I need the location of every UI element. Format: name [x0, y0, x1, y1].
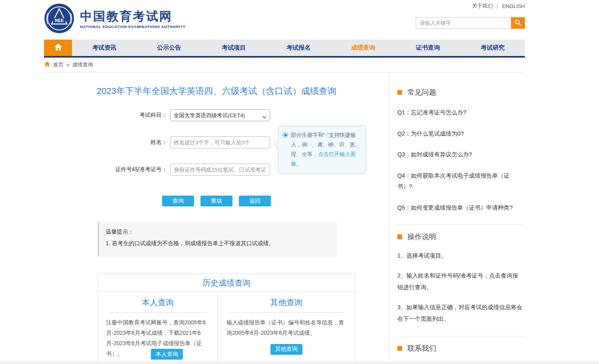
- self-query-panel: 本人查询 注册中国教育考试网账号，查询2005年6月-2023年6月考试成绩，下…: [98, 292, 217, 364]
- reset-button[interactable]: 重填: [200, 196, 232, 206]
- nav-item-exam-news[interactable]: 考试资讯: [72, 40, 137, 56]
- self-query-heading: 本人查询: [106, 297, 209, 308]
- header: NEE 中国教育考试网 NATIONAL EDUCATION EXAMINATI…: [0, 0, 599, 40]
- nav-item-score-query[interactable]: 成绩查询: [331, 40, 396, 56]
- instruction-step-2: 2、输入姓名和证件号码/准考证号，点击查询按钮进行查询。: [397, 270, 525, 293]
- main-column: 2023年下半年全国大学英语四、六级考试（含口试）成绩查询 考试科目： 全国大学…: [44, 72, 389, 364]
- id-row: 证件号码/准考证号：: [44, 164, 389, 176]
- english-link[interactable]: ENGLISH: [502, 3, 525, 9]
- subject-row: 考试科目： 全国大学英语四级考试(CET4): [44, 109, 389, 121]
- nav-home-button[interactable]: [44, 40, 72, 56]
- sidebar: 常见问题 Q1：忘记准考证号怎么办? Q2：为什么笔试成绩为0? Q3：如对成绩…: [389, 72, 525, 364]
- name-input[interactable]: [170, 136, 270, 148]
- self-query-desc: 注册中国教育考试网账号，查询2005年6月-2023年6月考试成绩，下载2021…: [106, 318, 209, 360]
- self-query-button[interactable]: 本人查询: [151, 349, 183, 360]
- breadcrumb-home-link[interactable]: 首页: [53, 61, 64, 68]
- other-query-heading: 其他查询: [226, 297, 346, 308]
- nav-item-exam-programs[interactable]: 考试项目: [201, 40, 266, 56]
- history-query-box: 历史成绩查询 本人查询 注册中国教育考试网账号，查询2005年6月-2023年6…: [98, 274, 355, 364]
- instructions-list: 1、选择考试项目。 2、输入姓名和证件号码/准考证号，点击查询按钮进行查询。 3…: [397, 250, 525, 325]
- name-label: 姓名：: [44, 139, 170, 146]
- orange-square-icon: [397, 90, 402, 95]
- query-button[interactable]: 查询: [162, 196, 194, 206]
- name-row: 姓名： 部分生僻字和“·”支持快捷输入，例: ·、龚、栁、䜣、恵、瑆、仝等，点击…: [44, 136, 389, 148]
- logo-text: 中国教育考试网 NATIONAL EDUCATION EXAMINATIONS …: [80, 10, 186, 29]
- nav-item-certificate-query[interactable]: 证书查询: [396, 40, 461, 56]
- instructions-heading-text: 操作说明: [407, 232, 436, 242]
- search-icon: [515, 19, 521, 27]
- faq-item-q5[interactable]: Q5：如何变更成绩报告单（证书）申请种类?: [397, 202, 525, 214]
- id-number-input[interactable]: [170, 164, 270, 176]
- orange-square-icon: [397, 346, 402, 351]
- content: 2023年下半年全国大学英语四、六级考试（含口试）成绩查询 考试科目： 全国大学…: [44, 72, 525, 364]
- history-columns: 本人查询 注册中国教育考试网账号，查询2005年6月-2023年6月考试成绩，下…: [98, 292, 355, 364]
- about-us-link[interactable]: 关于我们: [472, 2, 493, 10]
- warm-tips-box: 温馨提示： 1. 若考生的口试成绩为不合格，则成绩报告单上不报道其口试成绩。: [98, 222, 337, 257]
- tips-line-1: 1. 若考生的口试成绩为不合格，则成绩报告单上不报道其口试成绩。: [106, 240, 329, 247]
- other-query-panel: 其他查询 输入成绩报告单（证书）编号和姓名等信息，查询2005年6月-2023年…: [217, 292, 355, 364]
- faq-item-q1[interactable]: Q1：忘记准考证号怎么办?: [397, 107, 525, 118]
- self-query-rule: [108, 312, 207, 313]
- back-button[interactable]: 返回: [239, 196, 271, 206]
- site-title: 中国教育考试网: [80, 10, 186, 24]
- neea-emblem-icon: NEE: [44, 3, 74, 35]
- svg-text:NEE: NEE: [55, 18, 64, 23]
- tips-title: 温馨提示：: [106, 228, 329, 236]
- contact-heading-text: 联系我们: [407, 344, 436, 353]
- breadcrumb-current: 成绩查询: [72, 61, 93, 68]
- faq-item-q2[interactable]: Q2：为什么笔试成绩为0?: [397, 128, 525, 140]
- sidebar-divider-1: [397, 224, 525, 225]
- top-links: 关于我们 | ENGLISH: [472, 2, 525, 10]
- subject-label: 考试科目：: [44, 112, 170, 119]
- site-logo[interactable]: NEE 中国教育考试网 NATIONAL EDUCATION EXAMINATI…: [44, 3, 186, 35]
- score-query-form: 考试科目： 全国大学英语四级考试(CET4) 姓名：: [44, 109, 389, 206]
- breadcrumb-separator: >: [66, 62, 70, 68]
- page: NEE 中国教育考试网 NATIONAL EDUCATION EXAMINATI…: [0, 0, 599, 364]
- other-query-button[interactable]: 其他查询: [270, 344, 303, 355]
- nav-item-exam-research[interactable]: 考试研究: [460, 40, 525, 56]
- exam-subject-select[interactable]: 全国大学英语四级考试(CET4): [170, 109, 270, 121]
- instruction-step-1: 1、选择考试项目。: [397, 250, 525, 262]
- faq-item-q3[interactable]: Q3：如对成绩有异议怎么办?: [397, 149, 525, 160]
- tooltip-text: 部分生僻字和“·”支持快捷输入，例: ·、龚、栁、䜣、恵、瑆、仝等，点击打开输入…: [291, 130, 361, 169]
- site-subtitle: NATIONAL EDUCATION EXAMINATIONS AUTHORIT…: [80, 24, 186, 29]
- faq-heading-text: 常见问题: [407, 88, 436, 97]
- other-query-desc: 输入成绩报告单（证书）编号和姓名等信息，查询2005年6月-2023年6月考试成…: [226, 318, 346, 338]
- search-input[interactable]: [416, 17, 511, 29]
- contact-heading: 联系我们: [397, 344, 525, 353]
- sidebar-divider-2: [397, 336, 525, 336]
- page-title: 2023年下半年全国大学英语四、六级考试（含口试）成绩查询: [44, 85, 389, 97]
- home-icon: [54, 43, 62, 52]
- id-label: 证件号码/准考证号：: [44, 166, 170, 173]
- form-buttons: 查询 重填 返回: [44, 196, 389, 206]
- faq-heading: 常见问题: [397, 88, 525, 97]
- radio-bullet-icon: [282, 132, 288, 138]
- instruction-step-3: 3、如果输入信息正确，对应考试的成绩信息将会在下一个页面列出。: [397, 302, 525, 325]
- search-box: [416, 17, 525, 29]
- footer-strip: [0, 362, 599, 364]
- instructions-heading: 操作说明: [397, 232, 525, 242]
- top-links-divider: |: [497, 3, 498, 9]
- search-button[interactable]: [511, 17, 525, 29]
- subject-select-wrap: 全国大学英语四级考试(CET4): [170, 109, 270, 121]
- tooltip-arrow: [275, 141, 282, 148]
- orange-square-icon: [397, 234, 402, 239]
- breadcrumb: 首页 > 成绩查询: [44, 58, 525, 72]
- main-nav: 考试资讯 公示公告 考试项目 考试报名 成绩查询 证书查询 考试研究: [44, 40, 525, 58]
- history-title: 历史成绩查询: [98, 274, 355, 292]
- breadcrumb-home-icon: [44, 61, 50, 68]
- nav-item-announcements[interactable]: 公示公告: [137, 40, 202, 56]
- other-query-rule: [229, 312, 344, 313]
- nav-item-exam-registration[interactable]: 考试报名: [266, 40, 331, 56]
- faq-item-q4[interactable]: Q4：如何获取本次考试电子成绩报告单（证书）?: [397, 170, 525, 192]
- faq-list: Q1：忘记准考证号怎么办? Q2：为什么笔试成绩为0? Q3：如对成绩有异议怎么…: [397, 107, 525, 213]
